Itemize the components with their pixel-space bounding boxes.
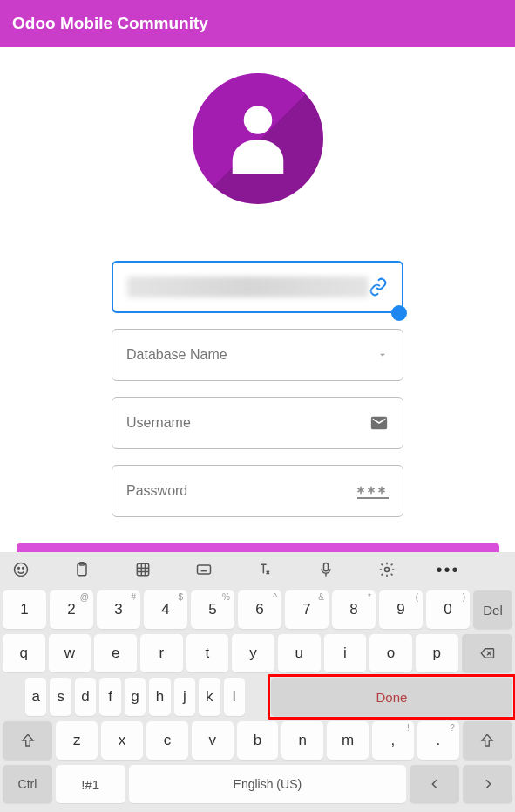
key-c[interactable]: c xyxy=(146,721,188,760)
svg-rect-11 xyxy=(198,565,211,574)
user-icon xyxy=(224,99,292,178)
grid-icon[interactable] xyxy=(132,559,153,580)
text-cursor-handle[interactable] xyxy=(391,305,407,321)
key-e[interactable]: e xyxy=(94,634,137,672)
more-icon[interactable]: ••• xyxy=(437,559,458,580)
key-m[interactable]: m xyxy=(327,721,369,760)
key-0[interactable]: 0) xyxy=(426,590,470,629)
key-1[interactable]: 1 xyxy=(3,590,46,629)
key-y[interactable]: y xyxy=(232,634,274,672)
key-v[interactable]: v xyxy=(192,721,234,760)
key-n[interactable]: n xyxy=(281,721,323,760)
key-done[interactable]: Done xyxy=(271,678,512,716)
avatar xyxy=(193,73,323,204)
key-6[interactable]: 6^ xyxy=(238,590,281,629)
svg-point-3 xyxy=(23,568,24,570)
key-t[interactable]: t xyxy=(186,634,229,672)
key-h[interactable]: h xyxy=(149,678,170,716)
key-g[interactable]: g xyxy=(125,678,146,716)
key-ctrl[interactable]: Ctrl xyxy=(3,765,52,803)
emoji-icon[interactable] xyxy=(10,559,31,580)
key-o[interactable]: o xyxy=(369,634,412,672)
key-b[interactable]: b xyxy=(237,721,279,760)
key-w[interactable]: w xyxy=(49,634,91,672)
svg-rect-16 xyxy=(324,563,329,571)
username-field[interactable] xyxy=(112,397,403,449)
database-input[interactable] xyxy=(126,347,376,363)
svg-point-17 xyxy=(385,568,390,572)
password-input[interactable] xyxy=(126,483,357,499)
login-screen: ⁎⁎⁎ Login xyxy=(0,47,515,582)
key-f[interactable]: f xyxy=(99,678,120,716)
key-r[interactable]: r xyxy=(140,634,183,672)
username-input[interactable] xyxy=(126,415,369,431)
key-period[interactable]: .? xyxy=(417,721,459,760)
key-shift-left[interactable] xyxy=(3,721,52,760)
mail-icon xyxy=(369,413,389,433)
key-space[interactable]: English (US) xyxy=(129,765,407,803)
soft-keyboard: ••• 12@3#4$5%6^7&8*9(0)Del qwertyuiop as… xyxy=(0,552,515,812)
key-q[interactable]: q xyxy=(3,634,45,672)
gear-icon[interactable] xyxy=(376,559,397,580)
key-4[interactable]: 4$ xyxy=(144,590,187,629)
key-j[interactable]: j xyxy=(174,678,195,716)
link-icon[interactable] xyxy=(369,277,388,297)
key-s[interactable]: s xyxy=(50,678,71,716)
mic-icon[interactable] xyxy=(315,559,336,580)
svg-point-1 xyxy=(15,563,28,577)
login-form: ⁎⁎⁎ xyxy=(112,261,403,517)
key-7[interactable]: 7& xyxy=(285,590,329,629)
key-2[interactable]: 2@ xyxy=(50,590,93,629)
text-tool-icon[interactable] xyxy=(254,559,275,580)
key-5[interactable]: 5% xyxy=(191,590,234,629)
server-url-field[interactable] xyxy=(112,261,403,313)
key-8[interactable]: 8* xyxy=(332,590,376,629)
app-header: Odoo Mobile Community xyxy=(0,0,515,47)
key-comma[interactable]: ,! xyxy=(372,721,414,760)
key-del[interactable]: Del xyxy=(473,590,512,629)
key-backspace[interactable] xyxy=(462,634,512,672)
svg-rect-6 xyxy=(137,563,148,575)
password-field[interactable]: ⁎⁎⁎ xyxy=(112,465,403,517)
key-symbols[interactable]: !#1 xyxy=(56,765,125,803)
key-u[interactable]: u xyxy=(278,634,321,672)
app-title: Odoo Mobile Community xyxy=(12,14,208,32)
key-9[interactable]: 9( xyxy=(379,590,423,629)
key-x[interactable]: x xyxy=(101,721,143,760)
svg-point-0 xyxy=(243,106,272,134)
chevron-down-icon xyxy=(376,349,389,361)
keyboard-toolbar: ••• xyxy=(0,552,515,587)
key-p[interactable]: p xyxy=(416,634,458,672)
server-url-value-redacted xyxy=(127,276,369,297)
key-3[interactable]: 3# xyxy=(97,590,140,629)
key-z[interactable]: z xyxy=(56,721,98,760)
key-arrow-right[interactable] xyxy=(463,765,512,803)
keyboard-icon[interactable] xyxy=(193,559,214,580)
key-k[interactable]: k xyxy=(199,678,220,716)
key-arrow-left[interactable] xyxy=(410,765,459,803)
svg-point-2 xyxy=(18,568,20,570)
server-url-field-wrap xyxy=(112,261,403,313)
key-i[interactable]: i xyxy=(324,634,367,672)
clipboard-icon[interactable] xyxy=(71,559,92,580)
keyboard-rows: 12@3#4$5%6^7&8*9(0)Del qwertyuiop asdfgh… xyxy=(0,587,515,809)
key-d[interactable]: d xyxy=(75,678,96,716)
key-a[interactable]: a xyxy=(25,678,46,716)
password-dots-icon: ⁎⁎⁎ xyxy=(357,483,389,499)
database-select[interactable] xyxy=(112,329,403,381)
key-shift-right[interactable] xyxy=(463,721,512,760)
key-l[interactable]: l xyxy=(224,678,245,716)
